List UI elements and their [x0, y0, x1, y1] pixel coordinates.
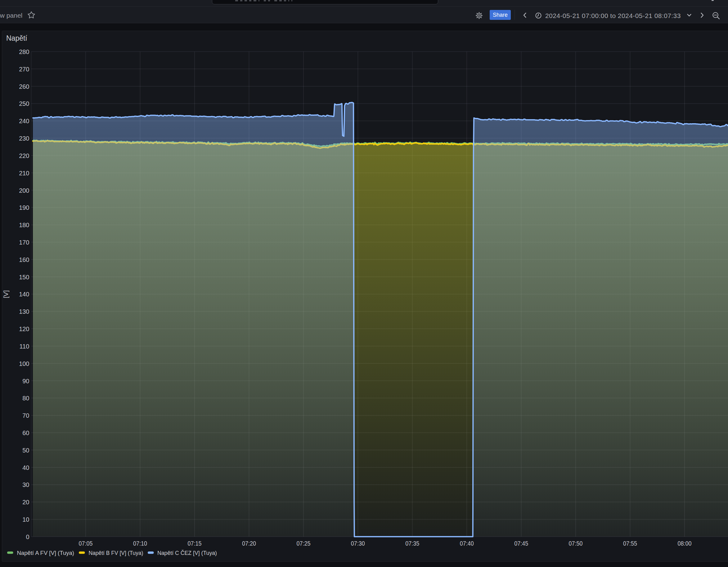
svg-text:250: 250: [19, 100, 29, 107]
svg-text:150: 150: [19, 274, 29, 281]
svg-text:90: 90: [22, 378, 29, 385]
svg-text:160: 160: [19, 256, 29, 263]
svg-text:07:45: 07:45: [514, 540, 528, 547]
svg-text:280: 280: [19, 48, 29, 55]
svg-text:07:55: 07:55: [623, 540, 637, 547]
svg-text:200: 200: [19, 187, 29, 194]
svg-text:40: 40: [22, 464, 29, 471]
svg-text:210: 210: [19, 170, 29, 177]
svg-text:07:35: 07:35: [405, 540, 419, 547]
svg-text:Napětí A FV [V] (Tuya): Napětí A FV [V] (Tuya): [17, 550, 74, 556]
svg-text:260: 260: [19, 83, 29, 90]
svg-text:100: 100: [19, 360, 29, 367]
svg-text:07:10: 07:10: [133, 540, 147, 547]
svg-text:07:15: 07:15: [188, 540, 202, 547]
svg-text:07:40: 07:40: [460, 540, 474, 547]
svg-text:07:05: 07:05: [79, 540, 93, 547]
svg-text:110: 110: [20, 343, 29, 350]
svg-text:220: 220: [19, 152, 29, 159]
svg-text:120: 120: [19, 326, 29, 332]
svg-text:80: 80: [22, 395, 29, 402]
svg-text:180: 180: [19, 222, 29, 228]
svg-text:07:30: 07:30: [351, 540, 365, 547]
svg-text:140: 140: [19, 291, 29, 298]
svg-text:[V]: [V]: [2, 290, 9, 298]
svg-text:70: 70: [22, 412, 29, 419]
svg-text:270: 270: [19, 66, 29, 73]
svg-text:08:00: 08:00: [678, 540, 692, 547]
svg-text:60: 60: [22, 430, 29, 436]
svg-text:Napětí B FV [V] (Tuya): Napětí B FV [V] (Tuya): [89, 550, 143, 556]
svg-text:10: 10: [22, 516, 29, 523]
svg-text:0: 0: [26, 533, 29, 540]
svg-text:130: 130: [19, 308, 29, 315]
svg-text:50: 50: [22, 447, 29, 454]
svg-text:190: 190: [19, 204, 29, 211]
svg-text:Napětí C ČEZ [V] (Tuya): Napětí C ČEZ [V] (Tuya): [157, 550, 217, 556]
svg-text:170: 170: [19, 239, 29, 246]
svg-text:230: 230: [19, 135, 29, 142]
svg-text:07:20: 07:20: [242, 540, 256, 547]
svg-text:07:50: 07:50: [569, 540, 583, 547]
svg-text:30: 30: [22, 481, 29, 488]
svg-text:07:25: 07:25: [296, 540, 310, 547]
svg-text:240: 240: [19, 118, 29, 124]
svg-text:20: 20: [22, 499, 29, 506]
